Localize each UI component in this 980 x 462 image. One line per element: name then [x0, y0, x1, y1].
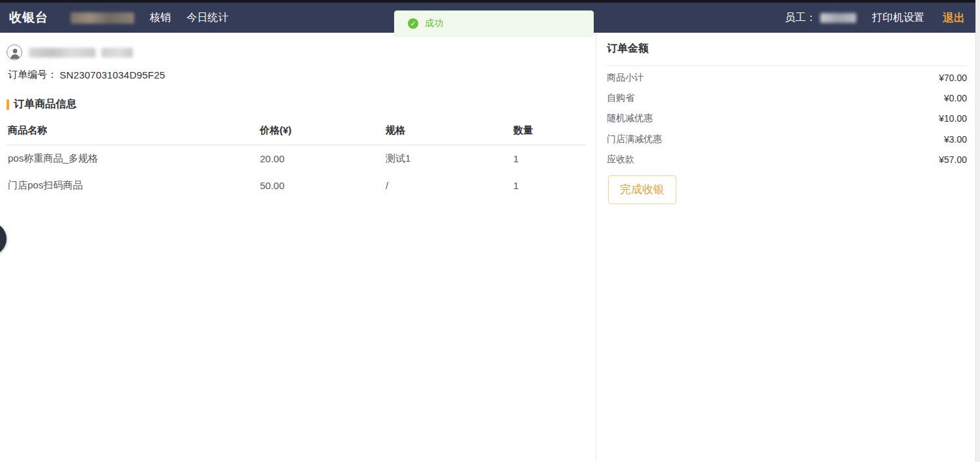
summary-value: ¥70.00	[939, 73, 967, 83]
employee-label: 员工：	[785, 11, 816, 25]
section-title-text: 订单商品信息	[14, 98, 77, 111]
summary-title: 订单金额	[607, 39, 967, 56]
goods-table: 商品名称 价格(¥) 规格 数量 pos称重商品_多规格 20.00 测试1 1…	[7, 124, 587, 199]
summary-row-subtotal: 商品小计 ¥70.00	[607, 67, 967, 88]
printer-settings-button[interactable]: 打印机设置	[872, 11, 924, 25]
summary-row-self-purchase-saving: 自购省 ¥0.00	[607, 88, 967, 108]
scrollbar[interactable]	[975, 0, 980, 462]
summary-value: ¥0.00	[944, 93, 967, 103]
customer-row	[7, 44, 587, 60]
cell-qty: 1	[513, 153, 587, 164]
customer-name-redacted-2	[101, 48, 133, 58]
summary-label: 商品小计	[607, 72, 644, 84]
col-header-price: 价格(¥)	[260, 124, 386, 137]
check-circle-icon: ✓	[408, 18, 418, 29]
cell-spec: /	[386, 180, 513, 191]
summary-row-store-discount: 门店满减优惠 ¥3.00	[607, 129, 967, 149]
employee-name-redacted	[820, 13, 856, 23]
summary-divider	[607, 65, 967, 66]
nav-item-today-stats[interactable]: 今日统计	[187, 11, 228, 25]
nav-item-verify[interactable]: 核销	[150, 11, 171, 25]
summary-value: ¥10.00	[939, 113, 967, 124]
table-row: pos称重商品_多规格 20.00 测试1 1	[7, 145, 587, 172]
summary-label: 应收款	[607, 154, 634, 166]
cell-spec: 测试1	[386, 152, 513, 165]
customer-name-redacted	[29, 48, 96, 58]
complete-checkout-button[interactable]: 完成收银	[608, 175, 676, 204]
cell-product-name: pos称重商品_多规格	[8, 152, 260, 165]
user-avatar-icon	[7, 44, 22, 60]
summary-row-random-discount: 随机减优惠 ¥10.00	[607, 109, 967, 129]
table-row: 门店pos扫码商品 50.00 / 1	[7, 172, 587, 199]
store-name-redacted	[71, 12, 134, 24]
summary-label: 门店满减优惠	[607, 133, 662, 145]
goods-table-body: pos称重商品_多规格 20.00 测试1 1 门店pos扫码商品 50.00 …	[7, 145, 587, 199]
cell-price: 20.00	[260, 153, 386, 164]
goods-table-header: 商品名称 价格(¥) 规格 数量	[7, 124, 587, 145]
summary-value: ¥3.00	[944, 134, 967, 145]
main-content: 订单编号： SN2307031034D95F25 订单商品信息 商品名称 价格(…	[0, 33, 975, 462]
order-number-label: 订单编号：	[8, 69, 57, 81]
order-goods-section-title: 订单商品信息	[7, 98, 587, 111]
order-detail-panel: 订单编号： SN2307031034D95F25 订单商品信息 商品名称 价格(…	[0, 33, 596, 462]
order-amount-panel: 订单金额 商品小计 ¥70.00 自购省 ¥0.00 随机减优惠 ¥10.00 …	[596, 33, 975, 462]
summary-value: ¥57.00	[939, 154, 967, 165]
cell-product-name: 门店pos扫码商品	[8, 179, 260, 192]
col-header-spec: 规格	[386, 124, 513, 137]
order-number-line: 订单编号： SN2307031034D95F25	[8, 69, 587, 81]
section-accent-bar	[7, 99, 9, 110]
summary-rows: 商品小计 ¥70.00 自购省 ¥0.00 随机减优惠 ¥10.00 门店满减优…	[607, 67, 967, 170]
order-number-value: SN2307031034D95F25	[60, 69, 165, 80]
cell-price: 50.00	[260, 180, 386, 191]
col-header-qty: 数量	[513, 124, 587, 137]
summary-label: 随机减优惠	[607, 113, 653, 124]
logout-button[interactable]: 退出	[943, 10, 965, 26]
toast-message: 成功	[425, 18, 443, 29]
app-title[interactable]: 收银台	[9, 9, 48, 26]
summary-label: 自购省	[607, 92, 634, 104]
success-toast: ✓ 成功	[394, 10, 594, 37]
cell-qty: 1	[513, 180, 587, 191]
summary-row-amount-due: 应收款 ¥57.00	[607, 150, 967, 170]
col-header-name: 商品名称	[8, 124, 260, 137]
